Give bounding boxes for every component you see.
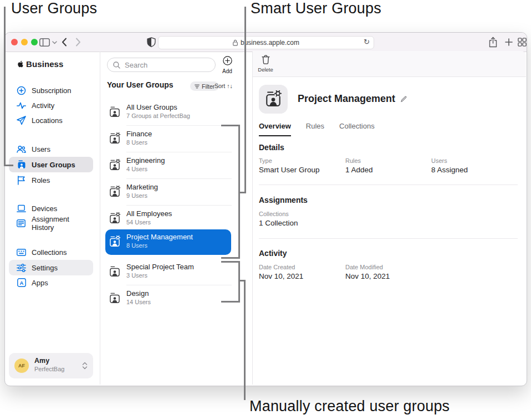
address-bar[interactable]: business.apple.com ↻ bbox=[158, 36, 374, 49]
settings-sliders-icon bbox=[17, 263, 26, 273]
smart-bracket-spine bbox=[238, 125, 240, 259]
group-list-item-marketing[interactable]: Marketing 9 Users bbox=[105, 180, 231, 205]
search-input[interactable] bbox=[124, 60, 203, 70]
field-users: Users 8 Assigned bbox=[431, 157, 468, 174]
sidebar-item-label: Settings bbox=[32, 264, 58, 272]
tab-overview[interactable]: Overview bbox=[259, 122, 291, 136]
group-title: Project Management bbox=[298, 93, 395, 105]
sidebar-item-label: Collections bbox=[32, 248, 67, 257]
add-label: Add bbox=[219, 68, 236, 74]
lock-icon bbox=[233, 39, 238, 46]
tab-collections[interactable]: Collections bbox=[339, 122, 375, 136]
delete-label: Delete bbox=[256, 66, 275, 73]
user-group-badge-icon bbox=[109, 292, 121, 304]
add-group-button[interactable]: Add bbox=[219, 56, 236, 74]
sidebar-item-label: Devices bbox=[32, 204, 57, 213]
smart-group-badge-icon bbox=[264, 90, 282, 108]
sidebar-item-label: Locations bbox=[32, 116, 63, 125]
tab-overview-icon[interactable] bbox=[518, 38, 527, 47]
smart-bracket-top-arm bbox=[221, 125, 240, 126]
brand-name: Business bbox=[26, 59, 64, 69]
back-button[interactable] bbox=[62, 38, 67, 47]
devices-laptop-icon bbox=[17, 204, 26, 213]
sidebar-chevron-down-icon[interactable] bbox=[52, 41, 57, 44]
sidebar-item-roles[interactable]: Roles bbox=[9, 172, 93, 188]
group-avatar-tile bbox=[259, 85, 288, 114]
list-detail-divider bbox=[252, 52, 253, 385]
callout-line-user-groups-vertical bbox=[4, 7, 6, 166]
sort-button[interactable]: Sort ↑↓ bbox=[215, 83, 233, 89]
locations-icon bbox=[17, 116, 26, 125]
trash-icon bbox=[262, 55, 270, 64]
add-icon bbox=[223, 56, 232, 65]
activity-heading: Activity bbox=[259, 249, 287, 258]
edit-pencil-icon[interactable] bbox=[400, 95, 407, 103]
sidebar-item-label: Apps bbox=[32, 279, 48, 287]
account-switcher[interactable]: AF Amy PerfectBag bbox=[9, 353, 93, 378]
sidebar-item-activity[interactable]: Activity bbox=[9, 98, 93, 113]
field-date-modified: Date Modified Nov 10, 2021 bbox=[345, 264, 390, 280]
list-divider bbox=[126, 152, 232, 152]
sidebar-item-label: Users bbox=[32, 145, 50, 153]
sidebar-item-label: User Groups bbox=[32, 161, 75, 169]
sidebar-item-collections[interactable]: Collections bbox=[9, 244, 93, 260]
minimize-window-button[interactable] bbox=[21, 39, 28, 45]
sidebar-item-users[interactable]: Users bbox=[9, 141, 93, 157]
forward-button[interactable] bbox=[75, 38, 81, 47]
browser-toolbar: business.apple.com ↻ bbox=[5, 33, 527, 52]
details-heading: Details bbox=[259, 143, 284, 152]
field-rules: Rules 1 Added bbox=[345, 157, 373, 174]
smart-group-badge-icon bbox=[109, 212, 121, 224]
assignment-history-icon bbox=[17, 219, 26, 228]
groups-list-title: Your User Groups bbox=[107, 80, 173, 89]
sidebar-item-assignment-history[interactable]: Assignment History bbox=[9, 216, 93, 231]
svg-text:A: A bbox=[19, 280, 23, 286]
zoom-window-button[interactable] bbox=[31, 39, 38, 45]
privacy-shield-icon[interactable] bbox=[147, 37, 156, 47]
section-divider bbox=[259, 238, 518, 239]
user-group-badge-icon bbox=[109, 265, 121, 278]
sidebar-item-devices[interactable]: Devices bbox=[9, 201, 93, 216]
share-icon[interactable] bbox=[488, 37, 498, 48]
group-list-item-project-management[interactable]: Project Management 8 Users bbox=[105, 229, 231, 255]
group-list-item-design[interactable]: Design 14 Users bbox=[105, 286, 231, 311]
sidebar-item-user-groups[interactable]: User Groups bbox=[9, 157, 93, 172]
tab-rules[interactable]: Rules bbox=[306, 122, 324, 136]
list-divider bbox=[126, 125, 232, 126]
apps-icon: A bbox=[17, 278, 26, 288]
delete-button[interactable]: Delete bbox=[256, 55, 275, 73]
field-type: Type Smart User Group bbox=[259, 157, 320, 174]
manual-bracket-top-arm bbox=[221, 261, 240, 263]
sidebar-toggle-icon[interactable] bbox=[39, 38, 50, 47]
search-icon bbox=[113, 62, 120, 69]
group-list-item-finance[interactable]: Finance 8 Users bbox=[105, 126, 231, 152]
sidebar-item-label: Assignment History bbox=[32, 215, 93, 232]
sidebar-item-locations[interactable]: Locations bbox=[9, 112, 93, 128]
group-list-item-all-employees[interactable]: All Employees 54 Users bbox=[105, 206, 231, 232]
close-window-button[interactable] bbox=[11, 39, 18, 45]
smart-group-badge-icon bbox=[109, 235, 121, 248]
filter-icon bbox=[195, 84, 200, 89]
roles-flag-icon bbox=[17, 176, 26, 185]
group-list-item-engineering[interactable]: Engineering 4 Users bbox=[105, 153, 231, 178]
group-list-item-all-user-groups[interactable]: All User Groups 7 Groups at PerfectBag bbox=[105, 100, 231, 125]
app-brand: Business bbox=[17, 59, 64, 69]
field-date-created: Date Created Nov 10, 2021 bbox=[259, 264, 303, 280]
sidebar-item-settings[interactable]: Settings bbox=[9, 260, 93, 275]
list-divider bbox=[126, 285, 232, 285]
avatar: AF bbox=[14, 358, 29, 373]
subscription-icon bbox=[17, 86, 26, 95]
smart-group-badge-icon bbox=[109, 132, 121, 145]
sidebar-item-apps[interactable]: A Apps bbox=[9, 275, 93, 290]
sidebar-item-subscription[interactable]: Subscription bbox=[9, 83, 93, 98]
filter-label: Filter bbox=[202, 83, 215, 90]
group-list-item-special-project-team[interactable]: Special Project Team 3 Users bbox=[105, 259, 231, 285]
new-tab-icon[interactable] bbox=[505, 38, 513, 46]
sidebar-item-label: Roles bbox=[32, 176, 50, 185]
group-title-row: Project Management bbox=[298, 93, 407, 105]
smart-bracket-bottom-arm bbox=[221, 257, 240, 259]
callout-line-user-groups-elbow bbox=[4, 165, 13, 166]
reload-icon[interactable]: ↻ bbox=[364, 38, 370, 46]
screenshot-canvas: { "callouts": { "user_groups": "User Gro… bbox=[0, 0, 531, 420]
account-name: Amy bbox=[34, 357, 49, 365]
